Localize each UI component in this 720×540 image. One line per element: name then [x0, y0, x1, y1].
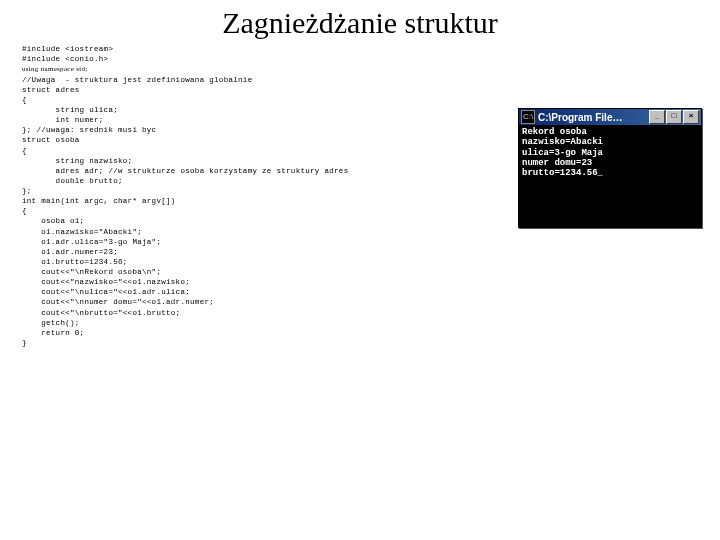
code-line: { — [22, 96, 27, 104]
console-window: C:\ C:\Program File… _ □ × Rekord osoba … — [518, 108, 702, 228]
code-line: getch(); — [22, 319, 80, 327]
output-line: Rekord osoba — [522, 127, 587, 137]
code-line: osoba o1; — [22, 217, 84, 225]
code-line: cout<<"\nbrutto="<<o1.brutto; — [22, 309, 180, 317]
code-line: int main(int argc, char* argv[]) — [22, 197, 176, 205]
code-line: { — [22, 147, 27, 155]
window-title: C:\Program File… — [538, 112, 649, 123]
code-line: o1.nazwisko="Abacki"; — [22, 228, 142, 236]
code-line: { — [22, 207, 27, 215]
code-line: string ulica; — [22, 106, 118, 114]
code-line: #include <conio.h> — [22, 55, 108, 63]
code-line: double brutto; — [22, 177, 123, 185]
maximize-button[interactable]: □ — [666, 110, 682, 124]
code-line: cout<<"\nRekord osoba\n"; — [22, 268, 161, 276]
code-line: string nazwisko; — [22, 157, 132, 165]
minimize-button[interactable]: _ — [649, 110, 665, 124]
code-line: cout<<"\nulica="<<o1.adr.ulica; — [22, 288, 190, 296]
code-line: using namespace std; — [22, 65, 88, 73]
app-icon: C:\ — [521, 110, 535, 124]
close-button[interactable]: × — [683, 110, 699, 124]
code-line: cout<<"nazwisko="<<o1.nazwisko; — [22, 278, 190, 286]
code-line: o1.brutto=1234.56; — [22, 258, 128, 266]
code-line: struct adres — [22, 86, 80, 94]
slide: Zagnieżdżanie struktur #include <iostrea… — [0, 6, 720, 540]
output-line: nazwisko=Abacki — [522, 137, 603, 147]
code-line: int numer; — [22, 116, 104, 124]
code-line: //Uwaga - struktura jest zdefiniowana gl… — [22, 76, 252, 84]
console-output: Rekord osoba nazwisko=Abacki ulica=3-go … — [519, 125, 701, 227]
titlebar-buttons: _ □ × — [649, 110, 699, 124]
code-line: o1.adr.ulica="3-go Maja"; — [22, 238, 161, 246]
code-line: cout<<"\nnumer domu="<<o1.adr.numer; — [22, 298, 214, 306]
code-line: }; //uwaga: srednik musi byc — [22, 126, 156, 134]
output-line: numer domu=23 — [522, 158, 592, 168]
titlebar: C:\ C:\Program File… _ □ × — [519, 109, 701, 125]
cmd-icon: C:\ — [523, 113, 533, 121]
code-line: adres adr; //w strukturze osoba korzysta… — [22, 167, 348, 175]
code-line: }; — [22, 187, 32, 195]
page-title: Zagnieżdżanie struktur — [0, 6, 720, 40]
code-line: #include <iostream> — [22, 45, 113, 53]
code-line: o1.adr.numer=23; — [22, 248, 118, 256]
code-line: } — [22, 339, 27, 347]
code-line: struct osoba — [22, 136, 80, 144]
output-line: brutto=1234.56_ — [522, 168, 603, 178]
code-line: return 0; — [22, 329, 84, 337]
output-line: ulica=3-go Maja — [522, 148, 603, 158]
